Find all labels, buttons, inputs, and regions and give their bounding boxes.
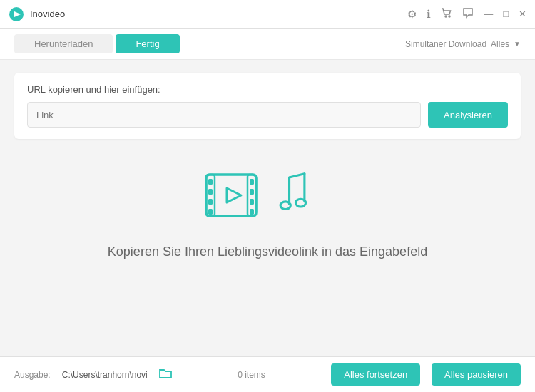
- url-input[interactable]: [27, 102, 421, 128]
- svg-point-2: [445, 16, 447, 17]
- svg-line-20: [290, 174, 305, 177]
- url-section: URL kopieren und hier einfügen: Analysie…: [14, 73, 521, 139]
- svg-rect-7: [208, 179, 213, 185]
- svg-rect-13: [250, 199, 254, 205]
- pause-button[interactable]: Alles pausieren: [432, 363, 521, 386]
- svg-rect-10: [208, 209, 213, 215]
- app-title: Inovideo: [30, 9, 407, 19]
- main-content: URL kopieren und hier einfügen: Analysie…: [0, 60, 535, 356]
- folder-icon[interactable]: [159, 368, 172, 382]
- simultaneous-download: Simultaner Download Alles ▼: [405, 39, 521, 49]
- tab-download[interactable]: Herunterladen: [14, 34, 113, 53]
- svg-rect-8: [208, 189, 213, 195]
- tabs: Herunterladen Fertig: [14, 34, 405, 53]
- music-icon: [275, 171, 332, 225]
- app-logo: [9, 6, 24, 22]
- dropdown-icon[interactable]: ▼: [514, 40, 521, 48]
- url-label: URL kopieren und hier einfügen:: [27, 84, 508, 95]
- svg-rect-14: [250, 209, 254, 215]
- resume-button[interactable]: Alles fortsetzen: [331, 363, 420, 386]
- svg-rect-12: [250, 189, 254, 195]
- toolbar-icons: ⚙ ℹ: [407, 7, 474, 21]
- simultaneous-value: Alles: [491, 39, 509, 49]
- empty-state: Kopieren Sie Ihren Lieblingsvideolink in…: [14, 139, 521, 281]
- title-bar: Inovideo ⚙ ℹ — □ ✕: [0, 0, 535, 29]
- output-label: Ausgabe:: [14, 370, 51, 380]
- analyze-button[interactable]: Analysieren: [428, 102, 508, 128]
- svg-rect-11: [250, 179, 254, 185]
- maximize-button[interactable]: □: [503, 9, 509, 19]
- minimize-button[interactable]: —: [484, 9, 493, 19]
- empty-state-text: Kopieren Sie Ihren Lieblingsvideolink in…: [108, 244, 427, 259]
- svg-point-19: [295, 199, 305, 207]
- tab-bar: Herunterladen Fertig Simultaner Download…: [0, 29, 535, 60]
- illustration: [203, 167, 332, 225]
- svg-rect-4: [206, 175, 256, 216]
- svg-marker-15: [227, 188, 241, 202]
- url-input-row: Analysieren: [27, 102, 508, 128]
- svg-point-17: [280, 202, 290, 210]
- simultaneous-label: Simultaner Download: [405, 39, 486, 49]
- info-icon[interactable]: ℹ: [427, 8, 431, 21]
- cart-icon[interactable]: [441, 7, 452, 21]
- output-path: C:\Users\tranhorn\novi: [62, 370, 148, 380]
- chat-icon[interactable]: [462, 7, 474, 21]
- svg-point-3: [449, 16, 450, 17]
- window-controls: — □ ✕: [484, 9, 526, 19]
- close-button[interactable]: ✕: [519, 9, 526, 19]
- svg-rect-9: [208, 199, 213, 205]
- footer: Ausgabe: C:\Users\tranhorn\novi 0 items …: [0, 356, 535, 392]
- items-count: 0 items: [183, 370, 320, 380]
- tab-done[interactable]: Fertig: [116, 34, 179, 53]
- film-strip-icon: [203, 167, 267, 225]
- settings-icon[interactable]: ⚙: [407, 8, 417, 21]
